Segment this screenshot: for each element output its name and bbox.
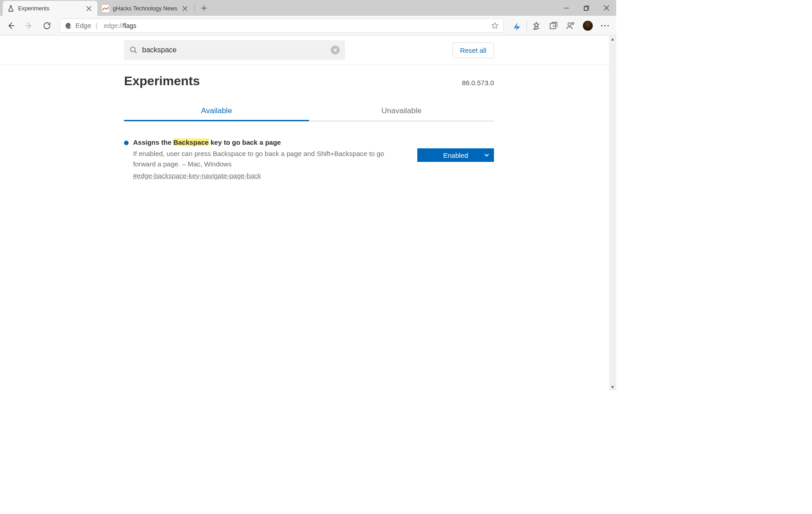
- refresh-button[interactable]: [39, 18, 55, 34]
- flag-tabs: Available Unavailable: [124, 101, 494, 121]
- flags-search-box[interactable]: [124, 40, 345, 60]
- chevron-down-icon: [484, 152, 489, 158]
- svg-point-5: [568, 23, 571, 26]
- toolbar-actions: [508, 18, 614, 34]
- scroll-up-icon[interactable]: ▲: [610, 37, 615, 41]
- svg-point-8: [604, 25, 605, 26]
- search-input[interactable]: [142, 46, 326, 54]
- window-controls: [557, 0, 616, 16]
- reset-all-button[interactable]: Reset all: [452, 42, 494, 58]
- vertical-scrollbar[interactable]: ▲ ▼: [609, 36, 616, 390]
- tab-available[interactable]: Available: [124, 101, 309, 121]
- version-label: 86.0.573.0: [462, 79, 494, 87]
- close-icon[interactable]: [181, 5, 189, 13]
- overflow-menu-icon[interactable]: [596, 18, 614, 34]
- title-bar: Experiments gHacks Technology News: [0, 0, 616, 16]
- svg-rect-2: [584, 7, 588, 10]
- flag-state-label: Enabled: [443, 151, 468, 159]
- tab-experiments[interactable]: Experiments: [3, 1, 97, 16]
- flag-id[interactable]: #edge-backspace-key-navigate-page-back: [133, 172, 404, 179]
- tab-title: gHacks Technology News: [113, 5, 177, 12]
- new-tab-button[interactable]: [198, 2, 210, 14]
- flag-title: Assigns the Backspace key to go back a p…: [133, 138, 404, 146]
- svg-rect-4: [550, 23, 556, 29]
- url-text: edge://flags: [104, 22, 136, 29]
- page-title: Experiments: [124, 74, 200, 88]
- search-row: Reset all: [0, 36, 609, 65]
- profile-switch-icon[interactable]: [562, 18, 579, 34]
- back-button[interactable]: [3, 18, 19, 34]
- edge-logo-icon: [65, 22, 73, 30]
- separator: [526, 21, 527, 31]
- flask-icon: [7, 5, 14, 12]
- clear-search-icon[interactable]: [331, 46, 340, 55]
- modified-dot-icon: [124, 141, 129, 145]
- svg-point-6: [572, 22, 574, 24]
- ghacks-icon: [102, 5, 109, 12]
- toolbar: Edge | edge://flags: [0, 16, 616, 36]
- maximize-button[interactable]: [577, 0, 596, 16]
- edge-chip-label: Edge: [75, 22, 91, 29]
- tab-title: Experiments: [18, 5, 81, 12]
- flag-item: Assigns the Backspace key to go back a p…: [124, 138, 494, 179]
- tab-strip: Experiments gHacks Technology News: [0, 0, 210, 16]
- tab-ghacks[interactable]: gHacks Technology News: [97, 1, 194, 16]
- page-content: Reset all Experiments 86.0.573.0 Availab…: [0, 36, 609, 390]
- extension-icon[interactable]: [508, 18, 526, 34]
- tab-separator: [194, 4, 195, 13]
- avatar[interactable]: [579, 18, 596, 34]
- close-window-button[interactable]: [596, 0, 616, 16]
- search-icon: [129, 46, 138, 54]
- minimize-button[interactable]: [557, 0, 577, 16]
- scroll-down-icon[interactable]: ▼: [610, 385, 615, 390]
- close-icon[interactable]: [85, 5, 93, 13]
- svg-point-10: [130, 47, 135, 52]
- site-identity: Edge |: [65, 22, 99, 30]
- tab-unavailable[interactable]: Unavailable: [309, 101, 494, 121]
- favorites-icon[interactable]: [528, 18, 545, 34]
- forward-button[interactable]: [21, 18, 37, 34]
- flag-description: If enabled, user can press Backspace to …: [133, 149, 404, 169]
- collections-icon[interactable]: [545, 18, 562, 34]
- svg-point-9: [607, 25, 609, 26]
- flag-state-dropdown[interactable]: Enabled: [417, 148, 494, 162]
- address-bar[interactable]: Edge | edge://flags: [60, 18, 504, 33]
- favorite-star-icon[interactable]: [491, 22, 499, 30]
- svg-point-7: [601, 25, 602, 26]
